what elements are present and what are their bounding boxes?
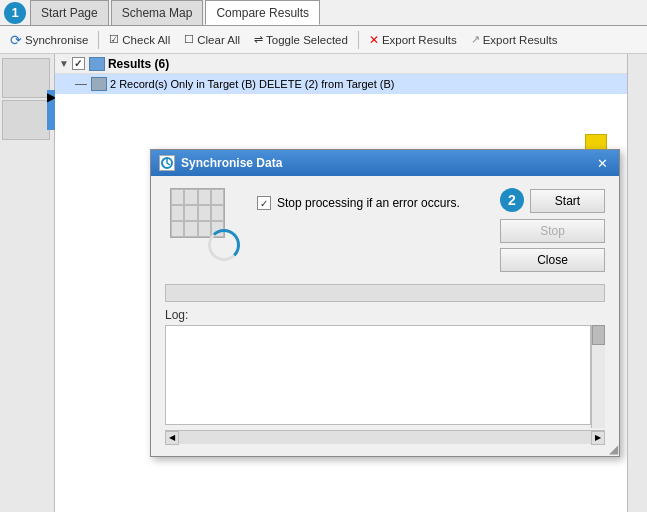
modal-mid-row: Stop processing if an error occurs. 2 St…	[257, 188, 605, 272]
tree-item-icon	[91, 77, 107, 91]
export-results-button-1[interactable]: ✕ Export Results	[363, 28, 463, 52]
modal-title-text: Synchronise Data	[181, 156, 282, 170]
resize-handle[interactable]	[605, 442, 619, 456]
main-area: ▶ ▼ Results (6) — 2 Record(s) Only in Ta…	[0, 54, 647, 512]
left-item-1	[2, 58, 50, 98]
sync-icon: ⟳	[10, 32, 22, 48]
modal-body: Stop processing if an error occurs. 2 St…	[151, 176, 619, 456]
log-wrapper	[165, 325, 605, 428]
sync-graphic	[165, 188, 245, 263]
close-button[interactable]: Close	[500, 248, 605, 272]
scroll-right-btn[interactable]: ▶	[591, 431, 605, 445]
start-button[interactable]: Start	[530, 189, 605, 213]
tree-area: ▼ Results (6) — 2 Record(s) Only in Targ…	[55, 54, 627, 512]
gc1	[171, 189, 184, 205]
log-label: Log:	[165, 308, 605, 322]
export-results-button-2[interactable]: ↗ Export Results	[465, 28, 564, 52]
root-checkbox[interactable]	[72, 57, 85, 70]
main-toolbar: ⟳ Synchronise ☑ Check All ☐ Clear All ⇌ …	[0, 26, 647, 54]
export-icon-1: ✕	[369, 33, 379, 47]
synchronise-button[interactable]: ⟳ Synchronise	[4, 28, 94, 52]
modal-title-icon	[159, 155, 175, 171]
gc3	[198, 189, 211, 205]
tree-item-1[interactable]: — 2 Record(s) Only in Target (B) DELETE …	[55, 74, 627, 94]
horizontal-scrollbar: ◀ ▶	[165, 430, 605, 444]
gc4	[211, 189, 224, 205]
clear-all-icon: ☐	[184, 33, 194, 46]
stop-button[interactable]: Stop	[500, 219, 605, 243]
start-row: 2 Start	[500, 188, 605, 214]
tab-schema-map[interactable]: Schema Map	[111, 0, 204, 25]
modal-top-section: Stop processing if an error occurs. 2 St…	[165, 188, 605, 272]
progress-bar	[165, 284, 605, 302]
scroll-left-btn[interactable]: ◀	[165, 431, 179, 445]
modal-action-buttons: 2 Start Stop Close	[500, 188, 605, 272]
tab-start-page[interactable]: Start Page	[30, 0, 109, 25]
gc8	[211, 205, 224, 221]
toggle-selected-button[interactable]: ⇌ Toggle Selected	[248, 28, 354, 52]
sep2	[358, 31, 359, 49]
gc11	[198, 221, 211, 237]
tab-compare-results[interactable]: Compare Results	[205, 0, 320, 25]
item-dash: —	[75, 77, 87, 91]
clear-all-button[interactable]: ☐ Clear All	[178, 28, 246, 52]
spinner-icon	[208, 229, 240, 261]
check-all-icon: ☑	[109, 33, 119, 46]
stop-processing-label: Stop processing if an error occurs.	[277, 196, 460, 210]
right-panel	[627, 54, 647, 512]
tab-bar: 1 Start Page Schema Map Compare Results	[0, 0, 647, 26]
expand-arrow[interactable]: ▶	[47, 90, 55, 130]
gc9	[171, 221, 184, 237]
gc7	[198, 205, 211, 221]
check-all-button[interactable]: ☑ Check All	[103, 28, 176, 52]
scroll-track[interactable]	[179, 431, 591, 444]
gc2	[184, 189, 197, 205]
left-panel: ▶	[0, 54, 55, 512]
collapse-icon[interactable]: ▼	[59, 58, 69, 69]
modal-right-content: Stop processing if an error occurs. 2 St…	[257, 188, 605, 272]
step-badge-1: 1	[4, 2, 26, 24]
synchronise-dialog: Synchronise Data ✕	[150, 149, 620, 457]
modal-close-button[interactable]: ✕	[593, 154, 611, 172]
toggle-icon: ⇌	[254, 33, 263, 46]
tree-folder-icon	[89, 57, 105, 71]
stop-processing-row: Stop processing if an error occurs.	[257, 196, 460, 210]
export-icon-2: ↗	[471, 33, 480, 46]
left-item-2	[2, 100, 50, 140]
step-badge-2: 2	[500, 188, 524, 212]
sep1	[98, 31, 99, 49]
log-textarea[interactable]	[165, 325, 591, 425]
stop-error-checkbox[interactable]	[257, 196, 271, 210]
tree-header: ▼ Results (6)	[55, 54, 627, 74]
gc6	[184, 205, 197, 221]
gc5	[171, 205, 184, 221]
log-scrollbar-thumb[interactable]	[592, 325, 605, 345]
gc10	[184, 221, 197, 237]
log-scrollbar[interactable]	[591, 325, 605, 428]
modal-titlebar: Synchronise Data ✕	[151, 150, 619, 176]
